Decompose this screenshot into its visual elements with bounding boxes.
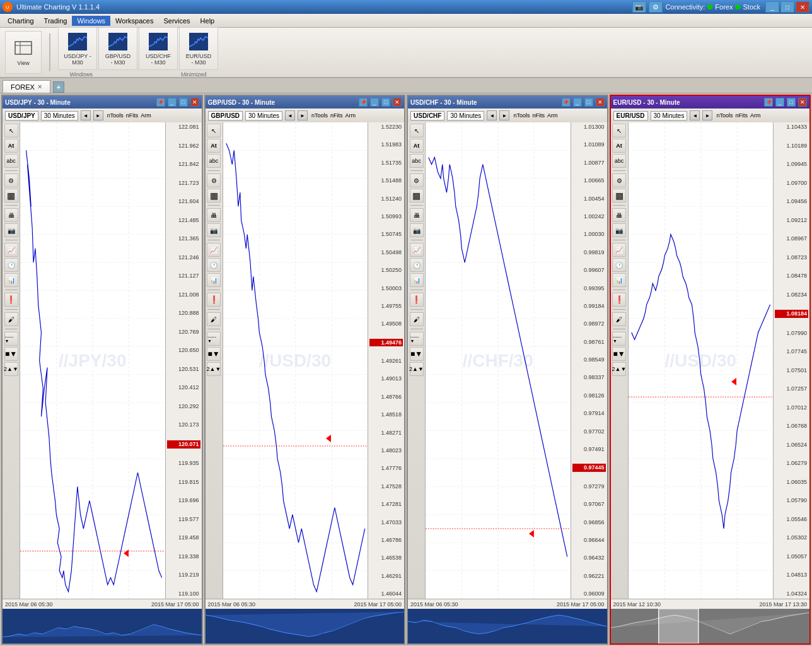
usdchf-settings-tool[interactable]: ⚙ — [410, 173, 424, 187]
usdchf-num-tool[interactable]: 2▲▼ — [410, 362, 424, 376]
camera-icon-toolbar[interactable]: 📷 — [632, 1, 646, 13]
usdchf-window-btn[interactable]: USD/CHF- M30 — [139, 27, 178, 70]
usdjpy-close-btn[interactable]: ✕ — [190, 98, 199, 107]
usdchf-line-tool[interactable]: 📈 — [410, 243, 424, 257]
eurusd-window-btn[interactable]: EUR/USD- M30 — [179, 27, 218, 70]
gbpusd-timeframe[interactable]: 30 Minutes — [245, 111, 282, 120]
eurusd-symbol[interactable]: EUR/USD — [613, 111, 648, 120]
usdjpy-brush-tool[interactable]: 🖌 — [4, 312, 18, 326]
gbpusd-max-btn[interactable]: □ — [381, 98, 390, 107]
gbpusd-window-btn[interactable]: GBP/USD- M30 — [98, 27, 137, 70]
gbpusd-text-tool[interactable]: abc — [207, 154, 221, 168]
usdchf-left-btn[interactable]: ◄ — [487, 110, 497, 120]
gbpusd-settings-tool[interactable]: ⚙ — [207, 173, 221, 187]
usdchf-min-btn[interactable]: _ — [573, 98, 582, 107]
eurusd-left-btn[interactable]: ◄ — [690, 110, 700, 120]
menu-charting[interactable]: Charting — [3, 16, 39, 26]
usdjpy-excel-tool[interactable]: 📊 — [4, 273, 18, 287]
usdjpy-settings-tool[interactable]: ⚙ — [4, 173, 18, 187]
settings-icon-toolbar[interactable]: ⚙ — [649, 1, 663, 13]
usdjpy-dots-tool[interactable]: ------▼ — [4, 332, 18, 346]
eurusd-alert-tool[interactable]: ❗ — [612, 293, 626, 307]
usdjpy-pin-btn[interactable]: 📌 — [156, 98, 165, 107]
gbpusd-close-btn[interactable]: ✕ — [393, 98, 402, 107]
usdchf-navigator[interactable] — [408, 609, 607, 643]
usdjpy-alert-tool[interactable]: ❗ — [4, 293, 18, 307]
gbpusd-square-tool[interactable]: ■▼ — [207, 347, 221, 361]
eurusd-cursor-tool[interactable]: ↖ — [612, 124, 626, 138]
eurusd-grid-tool[interactable]: ▦ — [612, 189, 626, 203]
usdjpy-camera-tool[interactable]: 📷 — [4, 223, 18, 237]
usdchf-dots-tool[interactable]: ------▼ — [410, 332, 424, 346]
usdjpy-cursor-tool[interactable]: ↖ — [4, 124, 18, 138]
usdjpy-min-btn[interactable]: _ — [168, 98, 177, 107]
usdchf-clock-tool[interactable]: 🕐 — [410, 258, 424, 272]
maximize-button[interactable]: □ — [780, 1, 794, 13]
menu-workspaces[interactable]: Workspaces — [110, 16, 158, 26]
menu-services[interactable]: Services — [158, 16, 195, 26]
usdjpy-left-btn[interactable]: ◄ — [81, 110, 91, 120]
usdchf-pin-btn[interactable]: 📌 — [562, 98, 571, 107]
eurusd-close-btn[interactable]: ✕ — [798, 98, 807, 107]
menu-trading[interactable]: Trading — [39, 16, 72, 26]
menu-help[interactable]: Help — [195, 16, 220, 26]
usdchf-grid-tool[interactable]: ▦ — [410, 189, 424, 203]
usdjpy-right-btn[interactable]: ► — [93, 110, 103, 120]
eurusd-at-tool[interactable]: At — [612, 139, 626, 153]
usdjpy-symbol[interactable]: USD/JPY — [5, 111, 38, 120]
usdchf-at-tool[interactable]: At — [410, 139, 424, 153]
eurusd-dots-tool[interactable]: ------▼ — [612, 332, 626, 346]
forex-tab[interactable]: FOREX ✕ — [3, 80, 50, 93]
gbpusd-min-btn[interactable]: _ — [370, 98, 379, 107]
usdjpy-line-tool[interactable]: 📈 — [4, 243, 18, 257]
eurusd-num-tool[interactable]: 2▲▼ — [612, 362, 626, 376]
usdjpy-num-tool[interactable]: 2▲▼ — [4, 362, 18, 376]
usdjpy-navigator[interactable] — [3, 609, 202, 643]
usdjpy-print-tool[interactable]: 🖶 — [4, 208, 18, 222]
usdjpy-square-tool[interactable]: ■▼ — [4, 347, 18, 361]
eurusd-camera-tool[interactable]: 📷 — [612, 223, 626, 237]
close-button[interactable]: ✕ — [796, 1, 809, 13]
gbpusd-navigator[interactable] — [206, 609, 405, 643]
usdjpy-clock-tool[interactable]: 🕐 — [4, 258, 18, 272]
gbpusd-dots-tool[interactable]: ------▼ — [207, 332, 221, 346]
usdchf-excel-tool[interactable]: 📊 — [410, 273, 424, 287]
eurusd-navigator[interactable] — [611, 609, 810, 643]
usdjpy-text-tool[interactable]: abc — [4, 154, 18, 168]
usdchf-right-btn[interactable]: ► — [499, 110, 509, 120]
usdchf-brush-tool[interactable]: 🖌 — [410, 312, 424, 326]
eurusd-text-tool[interactable]: abc — [612, 154, 626, 168]
forex-tab-close[interactable]: ✕ — [37, 83, 42, 90]
gbpusd-excel-tool[interactable]: 📊 — [207, 273, 221, 287]
usdjpy-grid-tool[interactable]: ▦ — [4, 189, 18, 203]
eurusd-excel-tool[interactable]: 📊 — [612, 273, 626, 287]
gbpusd-brush-tool[interactable]: 🖌 — [207, 312, 221, 326]
usdchf-square-tool[interactable]: ■▼ — [410, 347, 424, 361]
usdjpy-max-btn[interactable]: □ — [179, 98, 188, 107]
eurusd-min-btn[interactable]: _ — [775, 98, 784, 107]
view-button[interactable]: View — [5, 31, 42, 74]
usdchf-max-btn[interactable]: □ — [584, 98, 593, 107]
eurusd-brush-tool[interactable]: 🖌 — [612, 312, 626, 326]
eurusd-timeframe[interactable]: 30 Minutes — [651, 111, 688, 120]
gbpusd-right-btn[interactable]: ► — [298, 110, 308, 120]
gbpusd-grid-tool[interactable]: ▦ — [207, 189, 221, 203]
gbpusd-cursor-tool[interactable]: ↖ — [207, 124, 221, 138]
eurusd-settings-tool[interactable]: ⚙ — [612, 173, 626, 187]
add-tab-button[interactable]: + — [53, 81, 64, 93]
usdchf-symbol[interactable]: USD/CHF — [410, 111, 444, 120]
gbpusd-clock-tool[interactable]: 🕐 — [207, 258, 221, 272]
usdchf-text-tool[interactable]: abc — [410, 154, 424, 168]
eurusd-print-tool[interactable]: 🖶 — [612, 208, 626, 222]
usdjpy-at-tool[interactable]: At — [4, 139, 18, 153]
gbpusd-camera-tool[interactable]: 📷 — [207, 223, 221, 237]
gbpusd-pin-btn[interactable]: 📌 — [359, 98, 368, 107]
gbpusd-at-tool[interactable]: At — [207, 139, 221, 153]
gbpusd-left-btn[interactable]: ◄ — [285, 110, 295, 120]
usdchf-camera-tool[interactable]: 📷 — [410, 223, 424, 237]
usdchf-print-tool[interactable]: 🖶 — [410, 208, 424, 222]
gbpusd-print-tool[interactable]: 🖶 — [207, 208, 221, 222]
eurusd-clock-tool[interactable]: 🕐 — [612, 258, 626, 272]
eurusd-pin-btn[interactable]: 📌 — [764, 98, 773, 107]
gbpusd-symbol[interactable]: GBP/USD — [208, 111, 243, 120]
